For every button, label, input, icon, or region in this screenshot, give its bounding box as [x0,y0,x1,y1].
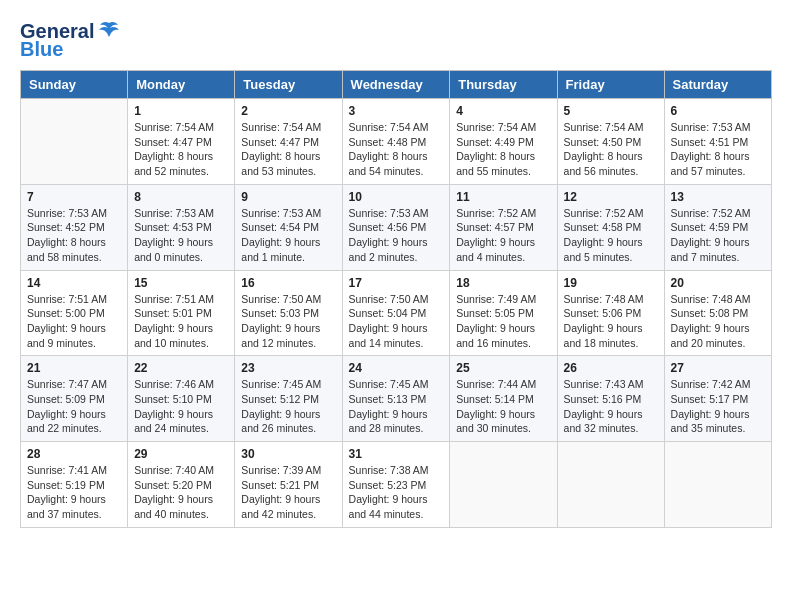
day-number: 15 [134,276,228,290]
col-header-wednesday: Wednesday [342,71,450,99]
day-cell: 13Sunrise: 7:52 AM Sunset: 4:59 PM Dayli… [664,184,771,270]
day-cell: 9Sunrise: 7:53 AM Sunset: 4:54 PM Daylig… [235,184,342,270]
day-info: Sunrise: 7:41 AM Sunset: 5:19 PM Dayligh… [27,463,121,522]
logo-blue: Blue [20,38,120,60]
day-info: Sunrise: 7:53 AM Sunset: 4:56 PM Dayligh… [349,206,444,265]
day-number: 18 [456,276,550,290]
day-cell: 30Sunrise: 7:39 AM Sunset: 5:21 PM Dayli… [235,442,342,528]
day-cell: 16Sunrise: 7:50 AM Sunset: 5:03 PM Dayli… [235,270,342,356]
day-number: 3 [349,104,444,118]
day-info: Sunrise: 7:53 AM Sunset: 4:53 PM Dayligh… [134,206,228,265]
calendar-header-row: SundayMondayTuesdayWednesdayThursdayFrid… [21,71,772,99]
day-info: Sunrise: 7:48 AM Sunset: 5:08 PM Dayligh… [671,292,765,351]
day-info: Sunrise: 7:51 AM Sunset: 5:01 PM Dayligh… [134,292,228,351]
day-info: Sunrise: 7:51 AM Sunset: 5:00 PM Dayligh… [27,292,121,351]
day-cell: 20Sunrise: 7:48 AM Sunset: 5:08 PM Dayli… [664,270,771,356]
col-header-sunday: Sunday [21,71,128,99]
day-cell: 6Sunrise: 7:53 AM Sunset: 4:51 PM Daylig… [664,99,771,185]
day-info: Sunrise: 7:53 AM Sunset: 4:54 PM Dayligh… [241,206,335,265]
day-cell: 19Sunrise: 7:48 AM Sunset: 5:06 PM Dayli… [557,270,664,356]
day-number: 2 [241,104,335,118]
day-cell: 11Sunrise: 7:52 AM Sunset: 4:57 PM Dayli… [450,184,557,270]
logo: General Blue [20,20,120,60]
day-cell: 28Sunrise: 7:41 AM Sunset: 5:19 PM Dayli… [21,442,128,528]
day-cell [450,442,557,528]
day-cell: 17Sunrise: 7:50 AM Sunset: 5:04 PM Dayli… [342,270,450,356]
day-number: 27 [671,361,765,375]
col-header-friday: Friday [557,71,664,99]
week-row-1: 1Sunrise: 7:54 AM Sunset: 4:47 PM Daylig… [21,99,772,185]
day-info: Sunrise: 7:52 AM Sunset: 4:59 PM Dayligh… [671,206,765,265]
day-number: 10 [349,190,444,204]
day-info: Sunrise: 7:54 AM Sunset: 4:48 PM Dayligh… [349,120,444,179]
day-cell [664,442,771,528]
day-cell: 23Sunrise: 7:45 AM Sunset: 5:12 PM Dayli… [235,356,342,442]
day-number: 9 [241,190,335,204]
day-number: 5 [564,104,658,118]
day-cell: 15Sunrise: 7:51 AM Sunset: 5:01 PM Dayli… [128,270,235,356]
week-row-2: 7Sunrise: 7:53 AM Sunset: 4:52 PM Daylig… [21,184,772,270]
week-row-3: 14Sunrise: 7:51 AM Sunset: 5:00 PM Dayli… [21,270,772,356]
day-cell: 26Sunrise: 7:43 AM Sunset: 5:16 PM Dayli… [557,356,664,442]
day-info: Sunrise: 7:50 AM Sunset: 5:04 PM Dayligh… [349,292,444,351]
day-number: 6 [671,104,765,118]
day-info: Sunrise: 7:45 AM Sunset: 5:12 PM Dayligh… [241,377,335,436]
day-number: 26 [564,361,658,375]
day-number: 4 [456,104,550,118]
day-number: 23 [241,361,335,375]
day-cell: 5Sunrise: 7:54 AM Sunset: 4:50 PM Daylig… [557,99,664,185]
week-row-4: 21Sunrise: 7:47 AM Sunset: 5:09 PM Dayli… [21,356,772,442]
day-info: Sunrise: 7:44 AM Sunset: 5:14 PM Dayligh… [456,377,550,436]
day-info: Sunrise: 7:47 AM Sunset: 5:09 PM Dayligh… [27,377,121,436]
day-number: 28 [27,447,121,461]
col-header-thursday: Thursday [450,71,557,99]
day-info: Sunrise: 7:48 AM Sunset: 5:06 PM Dayligh… [564,292,658,351]
day-info: Sunrise: 7:40 AM Sunset: 5:20 PM Dayligh… [134,463,228,522]
day-info: Sunrise: 7:54 AM Sunset: 4:49 PM Dayligh… [456,120,550,179]
day-info: Sunrise: 7:54 AM Sunset: 4:50 PM Dayligh… [564,120,658,179]
day-info: Sunrise: 7:54 AM Sunset: 4:47 PM Dayligh… [241,120,335,179]
day-number: 11 [456,190,550,204]
day-cell: 21Sunrise: 7:47 AM Sunset: 5:09 PM Dayli… [21,356,128,442]
week-row-5: 28Sunrise: 7:41 AM Sunset: 5:19 PM Dayli… [21,442,772,528]
day-info: Sunrise: 7:45 AM Sunset: 5:13 PM Dayligh… [349,377,444,436]
day-info: Sunrise: 7:38 AM Sunset: 5:23 PM Dayligh… [349,463,444,522]
day-number: 22 [134,361,228,375]
day-cell: 3Sunrise: 7:54 AM Sunset: 4:48 PM Daylig… [342,99,450,185]
day-cell: 2Sunrise: 7:54 AM Sunset: 4:47 PM Daylig… [235,99,342,185]
day-number: 29 [134,447,228,461]
day-info: Sunrise: 7:46 AM Sunset: 5:10 PM Dayligh… [134,377,228,436]
day-info: Sunrise: 7:53 AM Sunset: 4:52 PM Dayligh… [27,206,121,265]
day-cell: 31Sunrise: 7:38 AM Sunset: 5:23 PM Dayli… [342,442,450,528]
day-cell: 25Sunrise: 7:44 AM Sunset: 5:14 PM Dayli… [450,356,557,442]
day-number: 31 [349,447,444,461]
day-info: Sunrise: 7:49 AM Sunset: 5:05 PM Dayligh… [456,292,550,351]
day-cell: 8Sunrise: 7:53 AM Sunset: 4:53 PM Daylig… [128,184,235,270]
day-number: 12 [564,190,658,204]
day-info: Sunrise: 7:53 AM Sunset: 4:51 PM Dayligh… [671,120,765,179]
col-header-saturday: Saturday [664,71,771,99]
day-cell: 12Sunrise: 7:52 AM Sunset: 4:58 PM Dayli… [557,184,664,270]
page-header: General Blue [20,20,772,60]
day-cell: 1Sunrise: 7:54 AM Sunset: 4:47 PM Daylig… [128,99,235,185]
day-number: 7 [27,190,121,204]
col-header-monday: Monday [128,71,235,99]
day-cell: 29Sunrise: 7:40 AM Sunset: 5:20 PM Dayli… [128,442,235,528]
day-info: Sunrise: 7:54 AM Sunset: 4:47 PM Dayligh… [134,120,228,179]
day-number: 20 [671,276,765,290]
day-info: Sunrise: 7:52 AM Sunset: 4:58 PM Dayligh… [564,206,658,265]
day-cell: 18Sunrise: 7:49 AM Sunset: 5:05 PM Dayli… [450,270,557,356]
day-cell: 14Sunrise: 7:51 AM Sunset: 5:00 PM Dayli… [21,270,128,356]
day-info: Sunrise: 7:52 AM Sunset: 4:57 PM Dayligh… [456,206,550,265]
day-number: 1 [134,104,228,118]
col-header-tuesday: Tuesday [235,71,342,99]
day-info: Sunrise: 7:42 AM Sunset: 5:17 PM Dayligh… [671,377,765,436]
day-number: 13 [671,190,765,204]
day-cell: 22Sunrise: 7:46 AM Sunset: 5:10 PM Dayli… [128,356,235,442]
day-number: 24 [349,361,444,375]
day-cell [21,99,128,185]
day-number: 16 [241,276,335,290]
day-number: 25 [456,361,550,375]
day-number: 14 [27,276,121,290]
day-info: Sunrise: 7:39 AM Sunset: 5:21 PM Dayligh… [241,463,335,522]
